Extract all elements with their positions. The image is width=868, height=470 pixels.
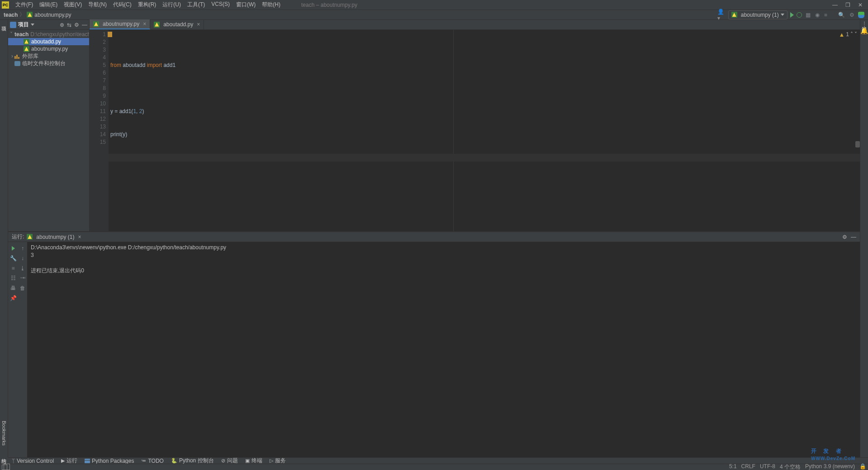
print-icon[interactable]: 🖶 xyxy=(9,285,17,292)
window-title: teach – aboutnumpy.py xyxy=(283,2,832,8)
run-button[interactable] xyxy=(790,12,794,18)
python-file-icon xyxy=(154,22,160,28)
maximize-button[interactable]: ❐ xyxy=(844,2,851,8)
problems-indicator[interactable]: ▲ 1 ˄ ˅ xyxy=(839,31,857,38)
toolwindows-icon[interactable] xyxy=(2,465,7,470)
tree-file-aboutadd[interactable]: aboutadd.py xyxy=(8,38,89,45)
menu-vcs[interactable]: VCS(S) xyxy=(209,0,232,9)
settings-icon[interactable]: ⚙ xyxy=(849,12,855,18)
run-config-selector[interactable]: aboutnumpy (1) xyxy=(728,10,787,19)
close-icon[interactable]: × xyxy=(143,21,146,27)
breadcrumb-sep: 〉 xyxy=(19,11,25,19)
breadcrumb-root[interactable]: teach xyxy=(4,12,18,18)
indent[interactable]: 4 个空格 xyxy=(780,463,801,470)
tree-external-libs[interactable]: › 外部库 xyxy=(8,52,89,60)
menu-code[interactable]: 代码(C) xyxy=(110,0,134,9)
project-panel: 项目 ⊕ ⇆ ⚙ — ˅ teach D:\chengxu\python\tea… xyxy=(8,20,90,231)
close-icon[interactable]: × xyxy=(78,234,81,240)
gutter[interactable]: 1 2 3 4 5 6 7 8 9 10 11 12 13 14 xyxy=(90,30,109,231)
left-gutter: 项目 Bookmarks 结构 xyxy=(0,20,8,457)
tree-file-aboutnumpy[interactable]: aboutnumpy.py xyxy=(8,45,89,52)
chevron-down-icon xyxy=(781,14,784,16)
tab-aboutnumpy[interactable]: aboutnumpy.py × xyxy=(90,19,150,29)
layout-icon[interactable]: ☷ xyxy=(9,275,17,282)
menu-edit[interactable]: 编辑(E) xyxy=(37,0,60,9)
bookmarks-tool-tab[interactable]: Bookmarks xyxy=(1,418,7,448)
down-icon[interactable]: ↓ xyxy=(19,255,26,262)
wrench-icon[interactable]: 🔧 xyxy=(9,255,17,262)
hide-panel-icon[interactable]: — xyxy=(851,234,856,240)
structure-tool-tab[interactable]: 结构 xyxy=(0,452,7,457)
run-coverage-icon[interactable]: ▦ xyxy=(805,12,811,18)
menu-file[interactable]: 文件(F) xyxy=(13,0,36,9)
project-view-title[interactable]: 项目 xyxy=(18,21,29,28)
tree-root[interactable]: ˅ teach D:\chengxu\python\teach xyxy=(8,31,89,38)
main-menu: 文件(F) 编辑(E) 视图(V) 导航(N) 代码(C) 重构(R) 运行(U… xyxy=(13,0,283,9)
editor-tabs: aboutnumpy.py × aboutadd.py × ⋮ xyxy=(90,20,860,30)
tab-aboutadd[interactable]: aboutadd.py × xyxy=(150,19,204,29)
column-ruler xyxy=(453,30,454,231)
project-tool-tab[interactable]: 项目 xyxy=(0,20,7,25)
menu-navigate[interactable]: 导航(N) xyxy=(85,0,109,9)
python-packages-tab[interactable]: Python Packages xyxy=(85,458,134,464)
menu-run[interactable]: 运行(U) xyxy=(160,0,184,9)
right-gutter: 通知 🔔 xyxy=(860,20,868,457)
gear-icon[interactable]: ⚙ xyxy=(842,234,847,240)
expand-icon[interactable]: ⇆ xyxy=(67,22,71,28)
menu-window[interactable]: 窗口(W) xyxy=(233,0,258,9)
branch-icon xyxy=(12,458,15,464)
code-area[interactable]: ▲ 1 ˄ ˅ from aboutadd import add1 y = ad… xyxy=(109,30,860,231)
encoding[interactable]: UTF-8 xyxy=(760,463,775,470)
bottom-toolbar: Version Control ▶ 运行 Python Packages ≔ T… xyxy=(8,457,868,464)
profile-icon[interactable]: ◉ xyxy=(814,12,821,18)
chevron-down-icon[interactable] xyxy=(31,24,34,26)
run-config-label: aboutnumpy (1) xyxy=(741,12,779,18)
tree-scratches[interactable]: 临时文件和控制台 xyxy=(8,60,89,67)
lock-icon[interactable]: 🔒 xyxy=(859,463,866,470)
stop-button[interactable]: ■ xyxy=(823,12,828,18)
gear-icon[interactable]: ⚙ xyxy=(74,22,79,28)
target-icon[interactable]: ⊕ xyxy=(60,22,64,28)
run-toolbar: 🔧 ■ ☷ 🖶 📌 xyxy=(8,242,18,457)
version-control-tab[interactable]: Version Control xyxy=(12,458,54,464)
close-button[interactable]: ✕ xyxy=(857,2,863,8)
todo-tab[interactable]: ≔ TODO xyxy=(141,458,163,464)
chevron-up-icon[interactable]: ˄ xyxy=(850,31,853,38)
titlebar: PC 文件(F) 编辑(E) 视图(V) 导航(N) 代码(C) 重构(R) 运… xyxy=(0,0,868,10)
stop-button[interactable]: ■ xyxy=(9,265,17,272)
menu-refactor[interactable]: 重构(R) xyxy=(135,0,159,9)
editor: aboutnumpy.py × aboutadd.py × ⋮ 1 2 xyxy=(90,20,860,231)
chevron-down-icon[interactable]: ˅ xyxy=(854,31,857,38)
search-icon[interactable]: 🔍 xyxy=(837,12,846,18)
trash-icon[interactable]: 🗑 xyxy=(19,285,26,292)
debug-button[interactable] xyxy=(797,12,802,18)
run-label: 运行: xyxy=(12,233,24,241)
console-output[interactable]: D:\Anaconda3\envs\newenv\python.exe D:/c… xyxy=(27,242,860,457)
pin-icon[interactable]: 📌 xyxy=(9,294,17,302)
close-icon[interactable]: × xyxy=(197,21,200,28)
cursor-position[interactable]: 5:1 xyxy=(729,463,737,470)
run-config-tab[interactable]: aboutnumpy (1) × xyxy=(27,234,81,240)
scroll-icon[interactable]: ⭲ xyxy=(19,275,26,282)
menu-tools[interactable]: 工具(T) xyxy=(185,0,208,9)
project-view-icon[interactable] xyxy=(10,22,16,28)
editor-body[interactable]: 1 2 3 4 5 6 7 8 9 10 11 12 13 14 xyxy=(90,30,860,231)
bell-icon[interactable]: 🔔 xyxy=(860,27,868,34)
scrollbar-thumb[interactable] xyxy=(855,141,860,147)
interpreter[interactable]: Python 3.9 (newenv) xyxy=(805,463,855,470)
window-buttons: — ❐ ✕ xyxy=(832,2,866,8)
minimize-button[interactable]: — xyxy=(832,2,838,8)
app-icon: PC xyxy=(2,1,9,9)
breadcrumb-file[interactable]: aboutnumpy.py xyxy=(34,12,71,18)
hide-panel-icon[interactable]: — xyxy=(82,22,87,28)
line-separator[interactable]: CRLF xyxy=(741,463,755,470)
wrap-icon[interactable]: ⭳ xyxy=(19,265,26,272)
scratches-icon xyxy=(14,61,20,66)
menu-view[interactable]: 视图(V) xyxy=(61,0,85,9)
editor-more-icon[interactable]: ⋮ xyxy=(862,21,867,27)
up-icon[interactable]: ↑ xyxy=(19,245,26,252)
menu-help[interactable]: 帮助(H) xyxy=(259,0,283,9)
rerun-button[interactable] xyxy=(9,245,17,252)
cwm-icon[interactable]: 👤▾ xyxy=(717,11,726,19)
trusted-icon[interactable] xyxy=(858,12,864,18)
